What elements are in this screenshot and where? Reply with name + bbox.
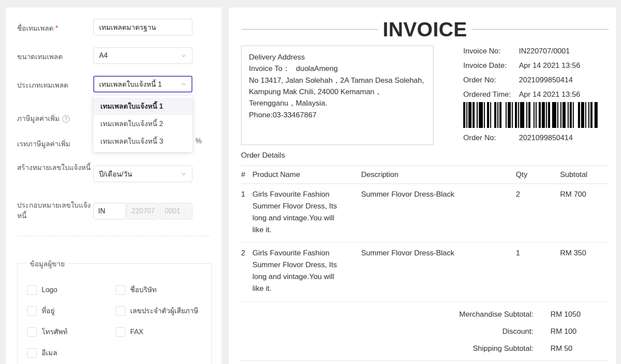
meta-row-invoice-no: Invoice No: IN220707/0001 bbox=[463, 47, 608, 56]
dropdown-option-1[interactable]: เทมเพลตใบแจ้งหนี้ 1 bbox=[93, 98, 192, 115]
total-row-grand: Total Price: RM 1000 bbox=[241, 361, 609, 364]
invoice-prefix-input[interactable] bbox=[93, 203, 126, 219]
total-row-discount: Discount: RM 100 bbox=[241, 323, 609, 340]
product-name: Girls Favourite Fashion Summer Flovor Dr… bbox=[252, 189, 361, 236]
invoice-serial-part-input bbox=[160, 203, 192, 219]
meta-row-invoice-date: Invoice Date: Apr 14 2021 13:56 bbox=[463, 61, 608, 70]
template-type-dropdown: เทมเพลตใบแจ้งหนี้ 1 เทมเพลตใบแจ้งหนี้ 2 … bbox=[93, 96, 192, 152]
product-subtotal: RM 350 bbox=[560, 247, 609, 294]
checkbox-icon[interactable] bbox=[116, 285, 125, 295]
divider bbox=[17, 236, 210, 236]
chevron-up-icon bbox=[181, 81, 187, 87]
checkbox-phone[interactable]: โทรศัพท์ bbox=[27, 326, 116, 337]
table-row: 2 Girls Favourite Fashion Summer Flovor … bbox=[241, 243, 609, 301]
invoice-date-part-input bbox=[127, 203, 159, 219]
customer-name: duolaAmeng bbox=[296, 64, 337, 73]
invoice-title: INVOICE bbox=[383, 18, 467, 41]
template-size-select[interactable]: A4 bbox=[93, 47, 192, 64]
template-type-select[interactable]: เทมเพลตใบแจ้งหนี้ 1 bbox=[93, 76, 192, 92]
invoice-number-format-label: สร้างหมายเลขใบแจ้งหนี้ bbox=[17, 163, 91, 173]
checkbox-icon[interactable] bbox=[27, 285, 37, 295]
invoice-number-format-select[interactable]: ปี/เดือน/วัน bbox=[93, 166, 192, 182]
barcode-caption: Order No: 2021099850414 bbox=[463, 134, 608, 142]
template-name-label: ชื่อเทมเพลต* bbox=[17, 23, 91, 34]
title-rule-left bbox=[241, 29, 378, 30]
totals-section: Merchandise Subtotal: RM 1050 Discount: … bbox=[241, 302, 609, 364]
template-settings-panel: ชื่อเทมเพลต* ขนาดเทมเพลต A4 ประเภทเทมเพล… bbox=[5, 7, 222, 364]
invoice-meta: Invoice No: IN220707/0001 Invoice Date: … bbox=[463, 47, 608, 105]
template-name-input[interactable] bbox=[93, 19, 192, 35]
total-row-merchandise: Merchandise Subtotal: RM 1050 bbox=[241, 306, 609, 323]
seller-info-fieldset: ข้อมูลผู้ขาย Logo ชื่อบริษัท ที่อยู่ เลข… bbox=[17, 263, 212, 364]
checkbox-icon[interactable] bbox=[27, 327, 37, 337]
delivery-address-text: No 13417, Jalan Solehah，2A Taman Desa So… bbox=[249, 75, 426, 110]
product-qty: 1 bbox=[516, 247, 560, 294]
order-table-header: # Product Name Description Qty Subtotal bbox=[241, 166, 609, 184]
invoice-preview-panel: INVOICE Delivery Address Invoice To：duol… bbox=[228, 7, 617, 364]
checkbox-icon[interactable] bbox=[27, 348, 37, 358]
meta-row-ordered-time: Ordered Time: Apr 14 2021 13:56 bbox=[463, 90, 608, 99]
checkbox-fax[interactable]: FAX bbox=[116, 326, 211, 337]
checkbox-icon[interactable] bbox=[27, 306, 37, 316]
product-name: Girls Favourite Fashion Summer Flovor Dr… bbox=[252, 247, 361, 294]
product-description: Summer Flovor Dress-Black bbox=[361, 189, 516, 236]
chevron-down-icon bbox=[181, 171, 187, 177]
checkbox-tax-id[interactable]: เลขประจำตัวผู้เสียภาษี bbox=[116, 305, 211, 316]
product-subtotal: RM 700 bbox=[560, 189, 609, 236]
percent-suffix: % bbox=[195, 137, 202, 145]
title-rule-right bbox=[472, 29, 609, 30]
invoice-number-parts-label: ประกอบหมายเลขใบแจ้งหนี้ bbox=[17, 200, 91, 221]
order-details-section: Order Details # Product Name Description… bbox=[241, 151, 609, 364]
seller-info-legend: ข้อมูลผู้ขาย bbox=[26, 258, 68, 269]
checkbox-logo[interactable]: Logo bbox=[27, 284, 116, 295]
checkbox-company-name[interactable]: ชื่อบริษัท bbox=[116, 284, 211, 295]
checkbox-email[interactable]: อีเมล bbox=[27, 347, 116, 358]
vat-label: ภาษีมูลค่าเพิ่ม? bbox=[17, 113, 91, 124]
vat-rate-label: เรทภาษีมูลค่าเพิ่ม bbox=[17, 139, 91, 149]
delivery-address-heading: Delivery Address bbox=[249, 52, 426, 63]
product-qty: 2 bbox=[516, 189, 560, 236]
dropdown-option-2[interactable]: เทมเพลตใบแจ้งหนี้ 2 bbox=[93, 115, 192, 133]
chevron-down-icon bbox=[181, 53, 187, 59]
order-details-title: Order Details bbox=[241, 151, 609, 160]
template-size-label: ขนาดเทมเพลต bbox=[17, 52, 91, 62]
checkbox-icon[interactable] bbox=[116, 306, 125, 316]
invoice-title-row: INVOICE bbox=[241, 17, 609, 42]
barcode bbox=[463, 102, 599, 128]
total-row-shipping: Shipping Subtotal: RM 50 bbox=[241, 340, 609, 357]
checkbox-address[interactable]: ที่อยู่ bbox=[27, 305, 116, 316]
required-asterisk: * bbox=[55, 25, 58, 32]
checkbox-icon[interactable] bbox=[116, 327, 125, 337]
delivery-phone: Phone:03-33467867 bbox=[249, 110, 426, 121]
dropdown-option-3[interactable]: เทมเพลตใบแจ้งหนี้ 3 bbox=[93, 133, 192, 150]
seller-info-checkbox-grid: Logo ชื่อบริษัท ที่อยู่ เลขประจำตัวผู้เส… bbox=[18, 264, 211, 358]
template-type-label: ประเภทเทมเพลต bbox=[17, 80, 91, 91]
meta-row-order-no: Order No: 2021099850414 bbox=[463, 76, 608, 85]
product-description: Summer Flovor Dress-Black bbox=[361, 247, 516, 294]
invoice-to-line: Invoice To：duolaAmeng bbox=[249, 63, 426, 74]
delivery-address-box: Delivery Address Invoice To：duolaAmeng N… bbox=[241, 46, 433, 145]
help-icon[interactable]: ? bbox=[62, 115, 70, 123]
table-row: 1 Girls Favourite Fashion Summer Flovor … bbox=[241, 184, 609, 243]
